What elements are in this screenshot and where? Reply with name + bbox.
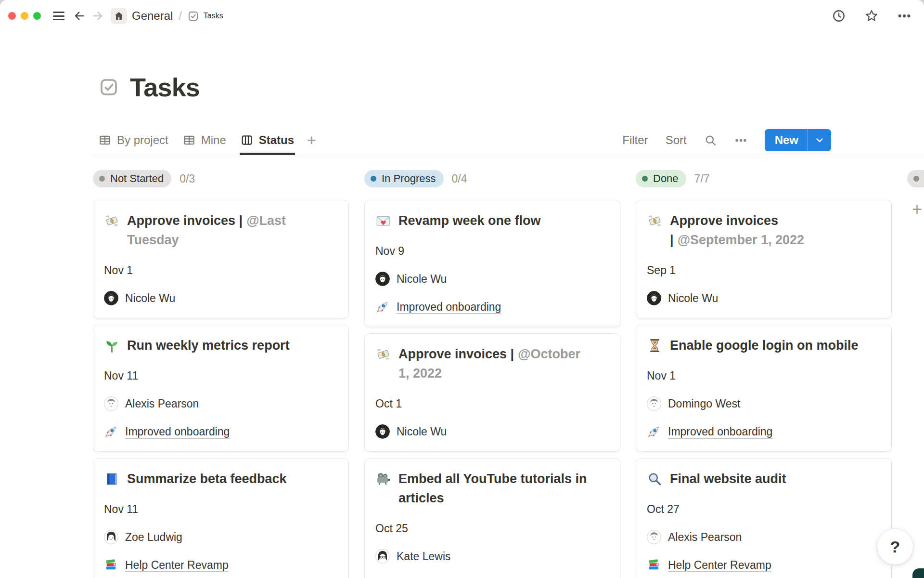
card-title: Approve invoices | <box>127 213 243 228</box>
due-date: Oct 27 <box>647 502 880 516</box>
hourglass-emoji <box>647 338 663 354</box>
task-card[interactable]: Approve invoices |@Last Tuesday Nov 1 Ni… <box>93 200 349 318</box>
view-bar: By project Mine Status + Filter Sort New <box>91 126 924 155</box>
card-title: Approve invoices | <box>398 347 514 361</box>
task-card[interactable]: Run weekly metrics report Nov 11 Alexis … <box>93 325 349 452</box>
view-options-ellipsis-icon[interactable] <box>734 134 747 147</box>
new-dropdown-button[interactable] <box>808 129 831 151</box>
column-not-started: Not Started 0/3 Approve invoices |@Last … <box>93 170 349 578</box>
due-date: Nov 9 <box>375 244 608 258</box>
task-card[interactable]: Embed all YouTube tutorials in articles … <box>364 458 620 578</box>
table-icon <box>99 134 111 146</box>
task-card[interactable]: Approve invoices |@September 1, 2022 Sep… <box>636 200 892 318</box>
avatar <box>104 530 118 544</box>
task-card[interactable]: Approve invoices |@October 1, 2022 Oct 1… <box>364 333 620 452</box>
status-board: Not Started 0/3 Approve invoices |@Last … <box>93 170 924 578</box>
column-archived-partial: Archived + <box>907 170 924 578</box>
home-button[interactable] <box>111 8 127 24</box>
tab-status[interactable]: Status <box>233 126 301 155</box>
status-dot <box>371 176 376 182</box>
project-relation: Improved onboarding <box>647 424 880 439</box>
project-relation: Improved onboarding <box>104 424 337 439</box>
due-date: Nov 11 <box>104 368 337 383</box>
rocket-emoji <box>375 300 390 314</box>
column-count: 0/3 <box>180 172 195 185</box>
card-title: Final website audit <box>670 472 786 486</box>
breadcrumb-page-label: Tasks <box>204 12 223 20</box>
status-label: In Progress <box>382 172 436 185</box>
task-card[interactable]: Enable google login on mobile Nov 1 Domi… <box>636 325 892 452</box>
breadcrumb-page[interactable]: Tasks <box>188 11 223 22</box>
search-icon[interactable] <box>704 134 717 147</box>
project-link[interactable]: Improved onboarding <box>668 424 772 439</box>
traffic-light-zoom[interactable] <box>33 12 41 20</box>
avatar <box>647 396 661 411</box>
status-pill[interactable]: In Progress <box>364 170 444 187</box>
blue-book-emoji <box>104 471 120 487</box>
assignee-name: Nicole Wu <box>125 291 175 305</box>
card-title: Embed all YouTube tutorials in articles <box>398 472 587 505</box>
magnifying-glass-emoji <box>647 471 663 487</box>
project-link[interactable]: Improved onboarding <box>397 300 501 314</box>
tab-mine[interactable]: Mine <box>176 126 233 155</box>
assignee: Alexis Pearson <box>104 396 337 411</box>
project-relation: Help Center Revamp <box>647 558 880 572</box>
card-title: Enable google login on mobile <box>670 338 859 353</box>
view-tabs: By project Mine Status + <box>91 126 322 155</box>
new-button[interactable]: New <box>765 129 831 151</box>
add-view-button[interactable]: + <box>301 132 322 148</box>
traffic-light-close[interactable] <box>8 12 16 20</box>
money-with-wings-emoji <box>375 346 391 362</box>
assignee: Nicole Wu <box>375 272 608 286</box>
page-checkbox-icon <box>99 78 118 97</box>
status-pill[interactable]: Archived <box>907 170 924 187</box>
task-card[interactable]: Final website audit Oct 27 Alexis Pearso… <box>636 458 892 578</box>
due-date: Nov 1 <box>104 263 337 277</box>
assignee-name: Kate Lewis <box>397 549 451 564</box>
more-ellipsis-icon[interactable] <box>897 9 911 23</box>
avatar <box>104 396 118 411</box>
back-button[interactable] <box>73 10 86 22</box>
assignee-name: Zoe Ludwig <box>125 530 182 544</box>
status-pill[interactable]: Done <box>636 170 686 187</box>
tab-by-project[interactable]: By project <box>91 126 176 155</box>
new-button-label[interactable]: New <box>765 129 808 151</box>
card-title: Summarize beta feedback <box>127 472 287 486</box>
column-header: Not Started 0/3 <box>93 170 349 187</box>
help-button[interactable]: ? <box>877 529 913 565</box>
column-done: Done 7/7 Approve invoices |@September 1,… <box>636 170 892 578</box>
page-header: Tasks <box>99 72 200 102</box>
due-date: Nov 11 <box>104 502 337 516</box>
sidebar-toggle-icon[interactable] <box>53 12 64 20</box>
task-card[interactable]: Summarize beta feedback Nov 11 Zoe Ludwi… <box>93 458 349 578</box>
breadcrumb-workspace[interactable]: General <box>132 9 173 23</box>
column-header: Archived <box>907 170 924 187</box>
avatar <box>375 549 390 564</box>
tab-label: By project <box>117 133 168 147</box>
traffic-light-minimize[interactable] <box>21 12 28 20</box>
column-count: 7/7 <box>694 172 710 185</box>
column-header: Done 7/7 <box>636 170 892 187</box>
project-link[interactable]: Help Center Revamp <box>668 558 771 572</box>
love-letter-emoji <box>375 213 391 229</box>
add-card-button[interactable]: + <box>912 200 924 219</box>
assignee-name: Nicole Wu <box>668 291 718 305</box>
filter-button[interactable]: Filter <box>622 133 648 147</box>
forward-button[interactable] <box>91 10 104 22</box>
sort-button[interactable]: Sort <box>666 133 687 147</box>
avatar <box>375 272 390 286</box>
history-clock-icon[interactable] <box>832 9 846 23</box>
date-mention: @September 1, 2022 <box>678 233 804 247</box>
project-relation: Improved onboarding <box>375 300 608 314</box>
assignee-name: Domingo West <box>668 396 740 411</box>
favorite-star-icon[interactable] <box>864 9 879 23</box>
books-emoji <box>647 558 661 572</box>
window-topbar: General / Tasks <box>0 0 924 32</box>
assignee-name: Nicole Wu <box>397 424 447 439</box>
page-title[interactable]: Tasks <box>130 72 200 102</box>
due-date: Oct 1 <box>375 396 608 411</box>
project-link[interactable]: Help Center Revamp <box>125 558 229 572</box>
status-pill[interactable]: Not Started <box>93 170 171 187</box>
task-card[interactable]: Revamp week one flow Nov 9 Nicole Wu Imp… <box>364 200 620 327</box>
project-link[interactable]: Improved onboarding <box>125 424 230 439</box>
